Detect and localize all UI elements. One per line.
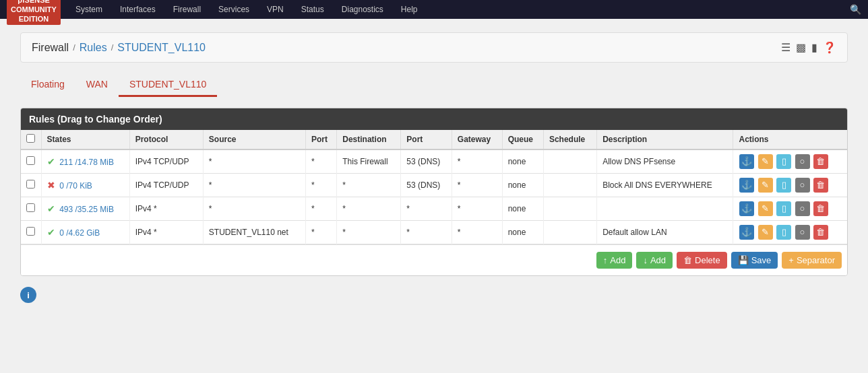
anchor-btn-1[interactable]: ⚓ bbox=[739, 178, 754, 193]
filter-icon[interactable]: ☰ bbox=[781, 41, 790, 54]
row-checkbox-3[interactable] bbox=[26, 227, 35, 236]
brand-logo: pfSENSECOMMUNITY EDITION bbox=[7, 0, 61, 25]
disable-btn-2[interactable]: ○ bbox=[795, 201, 810, 216]
row-destination-2: * bbox=[337, 197, 401, 221]
disable-btn-3[interactable]: ○ bbox=[795, 225, 810, 240]
row-schedule-0 bbox=[543, 149, 596, 174]
main-content: Firewall / Rules / STUDENT_VL110 ☰ ▩ ▮ ❓… bbox=[0, 19, 868, 316]
breadcrumb-vlan[interactable]: STUDENT_VL110 bbox=[117, 42, 206, 54]
col-destination: Destination bbox=[337, 130, 401, 149]
save-button[interactable]: 💾 Save bbox=[731, 252, 778, 269]
col-checkbox[interactable] bbox=[21, 130, 41, 149]
info-icon[interactable]: i bbox=[20, 287, 36, 303]
col-actions: Actions bbox=[733, 130, 847, 149]
row-dst-port-2: * bbox=[401, 197, 452, 221]
row-description-0: Allow DNS PFsense bbox=[597, 149, 733, 174]
row-destination-1: * bbox=[337, 174, 401, 197]
table-row: ✔ 0 /4.62 GiB IPv4 * STUDENT_VL110 net *… bbox=[21, 221, 847, 244]
stats-link-2[interactable]: 493 /35.25 MiB bbox=[59, 205, 114, 214]
anchor-btn-2[interactable]: ⚓ bbox=[739, 201, 754, 216]
table-row: ✖ 0 /70 KiB IPv4 TCP/UDP * * * 53 (DNS) … bbox=[21, 174, 847, 197]
copy-btn-0[interactable]: ▯ bbox=[776, 154, 791, 169]
row-states-2: ✔ 493 /35.25 MiB bbox=[41, 197, 129, 221]
row-checkbox-cell[interactable] bbox=[21, 149, 41, 174]
nav-services[interactable]: Services bbox=[216, 5, 252, 14]
delete-icon: 🗑 bbox=[683, 255, 692, 265]
row-description-3: Default allow LAN bbox=[597, 221, 733, 244]
row-checkbox-2[interactable] bbox=[26, 203, 35, 212]
row-protocol-3: IPv4 * bbox=[129, 221, 203, 244]
nav-system[interactable]: System bbox=[73, 5, 105, 14]
table-row: ✔ 211 /14.78 MiB IPv4 TCP/UDP * * This F… bbox=[21, 149, 847, 174]
bottom-buttons: ↑ Add ↓ Add 🗑 Delete 💾 Save + Separator bbox=[21, 244, 847, 275]
separator-button[interactable]: + Separator bbox=[782, 252, 842, 269]
edit-btn-3[interactable]: ✎ bbox=[758, 225, 773, 240]
edit-btn-2[interactable]: ✎ bbox=[758, 201, 773, 216]
row-description-1: Block All DNS EVERYWHERE bbox=[597, 174, 733, 197]
list-icon[interactable]: ▮ bbox=[811, 41, 817, 54]
disable-btn-0[interactable]: ○ bbox=[795, 154, 810, 169]
tab-floating[interactable]: Floating bbox=[20, 73, 75, 97]
copy-btn-3[interactable]: ▯ bbox=[776, 225, 791, 240]
row-actions-3: ⚓ ✎ ▯ ○ 🗑 bbox=[733, 221, 847, 244]
col-queue: Queue bbox=[502, 130, 543, 149]
chart-icon[interactable]: ▩ bbox=[796, 41, 806, 54]
row-src-port-1: * bbox=[306, 174, 337, 197]
select-all-checkbox[interactable] bbox=[26, 134, 35, 143]
table-header-row: States Protocol Source Port Destination … bbox=[21, 130, 847, 149]
delete-btn-2[interactable]: 🗑 bbox=[813, 201, 828, 216]
row-queue-2: none bbox=[502, 197, 543, 221]
row-src-port-2: * bbox=[306, 197, 337, 221]
nav-vpn[interactable]: VPN bbox=[264, 5, 286, 14]
row-checkbox-1[interactable] bbox=[26, 180, 35, 189]
add-up-button[interactable]: ↑ Add bbox=[596, 252, 633, 269]
delete-btn-1[interactable]: 🗑 bbox=[813, 178, 828, 193]
edit-btn-0[interactable]: ✎ bbox=[758, 154, 773, 169]
row-description-2 bbox=[597, 197, 733, 221]
row-destination-3: * bbox=[337, 221, 401, 244]
state-icon-0: ✔ bbox=[47, 156, 55, 167]
col-dst-port: Port bbox=[401, 130, 452, 149]
edit-btn-1[interactable]: ✎ bbox=[758, 178, 773, 193]
nav-help[interactable]: Help bbox=[398, 5, 421, 14]
anchor-btn-0[interactable]: ⚓ bbox=[739, 154, 754, 169]
row-schedule-1 bbox=[543, 174, 596, 197]
row-checkbox-cell[interactable] bbox=[21, 197, 41, 221]
stats-link-3[interactable]: 0 /4.62 GiB bbox=[59, 228, 100, 238]
row-dst-port-0: 53 (DNS) bbox=[401, 149, 452, 174]
tab-wan[interactable]: WAN bbox=[75, 73, 119, 97]
nav-firewall[interactable]: Firewall bbox=[170, 5, 204, 14]
search-icon[interactable]: 🔍 bbox=[850, 4, 861, 15]
delete-button[interactable]: 🗑 Delete bbox=[677, 252, 727, 269]
tab-student-vl110[interactable]: STUDENT_VL110 bbox=[119, 73, 217, 97]
copy-btn-2[interactable]: ▯ bbox=[776, 201, 791, 216]
col-states: States bbox=[41, 130, 129, 149]
nav-status[interactable]: Status bbox=[299, 5, 327, 14]
col-description: Description bbox=[597, 130, 733, 149]
help-icon[interactable]: ❓ bbox=[823, 41, 836, 54]
stats-link-1[interactable]: 0 /70 KiB bbox=[59, 181, 92, 191]
delete-btn-3[interactable]: 🗑 bbox=[813, 225, 828, 240]
row-actions-0: ⚓ ✎ ▯ ○ 🗑 bbox=[733, 149, 847, 174]
row-checkbox-0[interactable] bbox=[26, 156, 35, 165]
row-src-port-3: * bbox=[306, 221, 337, 244]
row-queue-0: none bbox=[502, 149, 543, 174]
rules-table-section: Rules (Drag to Change Order) States Prot… bbox=[20, 108, 848, 276]
breadcrumb-rules[interactable]: Rules bbox=[80, 42, 107, 54]
col-gateway: Gateway bbox=[452, 130, 502, 149]
state-icon-3: ✔ bbox=[47, 227, 55, 238]
disable-btn-1[interactable]: ○ bbox=[795, 178, 810, 193]
copy-btn-1[interactable]: ▯ bbox=[776, 178, 791, 193]
row-source-3: STUDENT_VL110 net bbox=[203, 221, 305, 244]
anchor-btn-3[interactable]: ⚓ bbox=[739, 225, 754, 240]
breadcrumb-icons: ☰ ▩ ▮ ❓ bbox=[781, 41, 836, 54]
row-checkbox-cell[interactable] bbox=[21, 221, 41, 244]
breadcrumb-firewall: Firewall bbox=[32, 42, 69, 54]
add-up-icon: ↑ bbox=[603, 255, 608, 265]
delete-btn-0[interactable]: 🗑 bbox=[813, 154, 828, 169]
add-down-button[interactable]: ↓ Add bbox=[636, 252, 673, 269]
nav-diagnostics[interactable]: Diagnostics bbox=[339, 5, 386, 14]
stats-link-0[interactable]: 211 /14.78 MiB bbox=[59, 158, 114, 167]
nav-interfaces[interactable]: Interfaces bbox=[117, 5, 158, 14]
row-checkbox-cell[interactable] bbox=[21, 174, 41, 197]
